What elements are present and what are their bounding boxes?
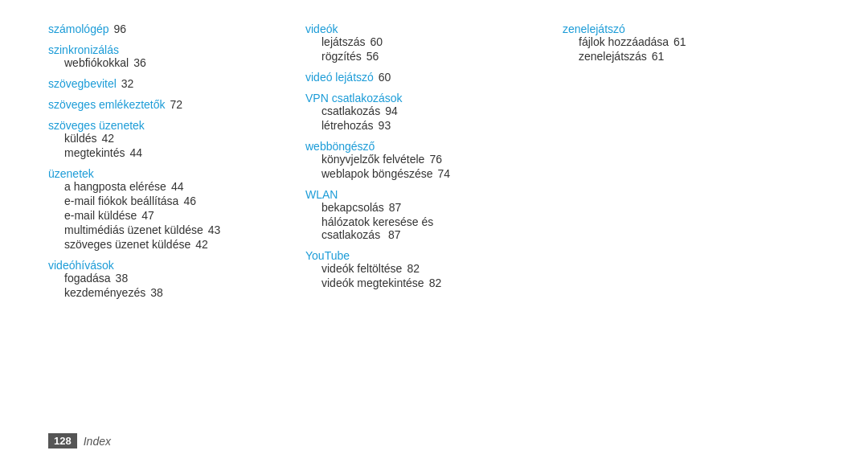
entry-title-youtube: YouTube xyxy=(305,249,547,262)
sub-item: e-mail fiókok beállítása 46 xyxy=(48,195,289,207)
sub-item: fájlok hozzáadása 61 xyxy=(563,35,804,48)
sub-item: küldés 42 xyxy=(48,132,289,145)
sub-number: 42 xyxy=(101,132,114,145)
sub-number: 61 xyxy=(652,50,665,63)
entry-szinkronizalas: szinkronizálás webfiókokkal 36 xyxy=(48,43,289,69)
entry-title-videok: videók xyxy=(305,23,547,35)
sub-number: 56 xyxy=(366,50,379,63)
entry-wlan: WLAN bekapcsolás 87 hálózatok keresése é… xyxy=(305,188,547,241)
entry-title-uzenetek: üzenetek xyxy=(48,167,289,180)
sub-item: a hangposta elérése 44 xyxy=(48,180,289,193)
sub-text: zenelejátszás xyxy=(579,50,647,63)
sub-item: létrehozás 93 xyxy=(305,119,547,132)
sub-number: 60 xyxy=(370,35,383,48)
sub-text: fogadása xyxy=(64,272,111,285)
sub-text: videók feltöltése xyxy=(321,262,402,275)
entry-title-wlan: WLAN xyxy=(305,188,547,201)
entry-webbogeszo: webböngésző könyvjelzők felvétele 76 web… xyxy=(305,140,547,180)
sub-text: webfiókokkal xyxy=(64,56,129,69)
entry-title-videohivasok: videóhívások xyxy=(48,259,289,272)
entry-title-video-lejatszo: videó lejátszó xyxy=(305,71,374,84)
sub-item: videók megtekintése 82 xyxy=(305,276,547,289)
sub-item: csatlakozás 94 xyxy=(305,104,547,117)
entry-szovegbevitel: szövegbevitel 32 xyxy=(48,77,289,90)
sub-text: szöveges üzenet küldése xyxy=(64,238,190,251)
entry-title-szovoges-emlekeztetok: szöveges emlékeztetők xyxy=(48,98,166,111)
sub-item: e-mail küldése 47 xyxy=(48,209,289,222)
entry-video-lejatszo: videó lejátszó 60 xyxy=(305,71,547,84)
sub-item: lejátszás 60 xyxy=(305,35,547,48)
sub-number: 93 xyxy=(379,119,391,132)
footer-index-label: Index xyxy=(84,435,111,448)
page: számológép 96 szinkronizálás webfiókokka… xyxy=(0,0,868,471)
sub-number: 38 xyxy=(116,272,129,285)
sub-item: megtekintés 44 xyxy=(48,146,289,159)
entry-title-webbogeszo: webböngésző xyxy=(305,140,547,153)
sub-text: fájlok hozzáadása xyxy=(579,35,669,48)
sub-text: hálózatok keresése és xyxy=(321,215,433,228)
sub-item: könyvjelzők felvétele 76 xyxy=(305,153,547,166)
entry-title-zenelejatszo: zenelejátszó xyxy=(563,23,804,35)
sub-item: multimédiás üzenet küldése 43 xyxy=(48,223,289,236)
sub-number: 44 xyxy=(129,146,142,159)
sub-number: 43 xyxy=(208,223,221,236)
sub-number: 74 xyxy=(438,167,451,180)
column-3: zenelejátszó fájlok hozzáadása 61 zenele… xyxy=(563,23,820,425)
sub-item: weblapok böngészése 74 xyxy=(305,167,547,180)
sub-text: csatlakozás xyxy=(321,228,380,241)
entry-title-szovegbevitel: szövegbevitel xyxy=(48,77,117,90)
sub-text: lejátszás xyxy=(321,35,365,48)
sub-number: 82 xyxy=(429,276,442,289)
entry-szovoges-uzenetek: szöveges üzenetek küldés 42 megtekintés … xyxy=(48,119,289,159)
sub-number: 36 xyxy=(133,56,146,69)
sub-text: küldés xyxy=(64,132,96,145)
sub-item: szöveges üzenet küldése 42 xyxy=(48,238,289,251)
sub-text: rögzítés xyxy=(321,50,362,63)
sub-number: 87 xyxy=(389,201,402,214)
entry-youtube: YouTube videók feltöltése 82 videók megt… xyxy=(305,249,547,289)
entry-number-szamologep: 96 xyxy=(114,23,127,35)
entry-zenelejatszo: zenelejátszó fájlok hozzáadása 61 zenele… xyxy=(563,23,804,63)
sub-number: 44 xyxy=(171,180,184,193)
entry-videohivasok: videóhívások fogadása 38 kezdeményezés 3… xyxy=(48,259,289,299)
sub-text: könyvjelzők felvétele xyxy=(321,153,424,166)
sub-number: 46 xyxy=(183,195,196,207)
entry-uzenetek: üzenetek a hangposta elérése 44 e-mail f… xyxy=(48,167,289,251)
sub-text: bekapcsolás xyxy=(321,201,384,214)
sub-item: webfiókokkal 36 xyxy=(48,56,289,69)
footer: 128 Index xyxy=(48,425,820,448)
content-columns: számológép 96 szinkronizálás webfiókokka… xyxy=(48,23,820,425)
sub-number: 76 xyxy=(429,153,442,166)
sub-item: bekapcsolás 87 xyxy=(305,201,547,214)
sub-item: videók feltöltése 82 xyxy=(305,262,547,275)
sub-text: megtekintés xyxy=(64,146,125,159)
sub-text: a hangposta elérése xyxy=(64,180,166,193)
page-number-badge: 128 xyxy=(48,433,77,448)
sub-number: 47 xyxy=(141,209,154,222)
sub-number: 61 xyxy=(674,35,686,48)
sub-text: videók megtekintése xyxy=(321,276,424,289)
sub-item: kezdeményezés 38 xyxy=(48,286,289,299)
entry-szovoges-emlekeztetok: szöveges emlékeztetők 72 xyxy=(48,98,289,111)
sub-text: létrehozás xyxy=(321,119,374,132)
entry-szamologep: számológép 96 xyxy=(48,23,289,35)
sub-text: weblapok böngészése xyxy=(321,167,433,180)
entry-title-szamologep: számológép xyxy=(48,23,109,35)
sub-number: 82 xyxy=(407,262,420,275)
sub-number: 42 xyxy=(195,238,208,251)
sub-text: e-mail fiókok beállítása xyxy=(64,195,178,207)
sub-text: multimédiás üzenet küldése xyxy=(64,223,203,236)
entry-number-szovegbevitel: 32 xyxy=(121,77,134,90)
sub-item: zenelejátszás 61 xyxy=(563,50,804,63)
entry-title-szinkronizalas: szinkronizálás xyxy=(48,43,289,56)
entry-videok: videók lejátszás 60 rögzítés 56 xyxy=(305,23,547,63)
column-2: videók lejátszás 60 rögzítés 56 videó le… xyxy=(305,23,563,425)
sub-text: kezdeményezés xyxy=(64,286,145,299)
entry-vpn: VPN csatlakozások csatlakozás 94 létreho… xyxy=(305,92,547,132)
sub-item: rögzítés 56 xyxy=(305,50,547,63)
entry-number-szovoges-emlekeztetok: 72 xyxy=(170,98,183,111)
sub-number: 94 xyxy=(385,104,398,117)
sub-item: hálózatok keresése és csatlakozás 87 xyxy=(305,215,547,241)
column-1: számológép 96 szinkronizálás webfiókokka… xyxy=(48,23,305,425)
sub-text: csatlakozás xyxy=(321,104,380,117)
